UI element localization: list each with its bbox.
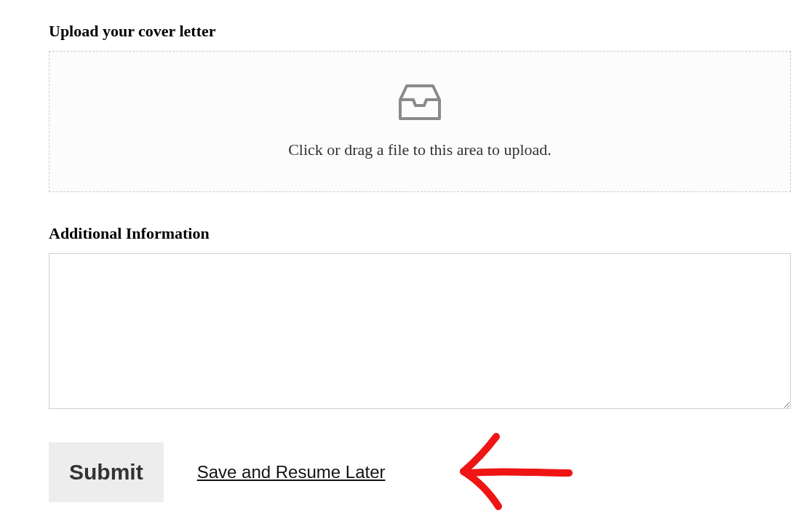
upload-field: Upload your cover letter Click or drag a…: [49, 22, 812, 192]
additional-info-label: Additional Information: [49, 224, 812, 243]
save-resume-link[interactable]: Save and Resume Later: [197, 462, 386, 482]
inbox-icon: [398, 84, 442, 124]
upload-hint: Click or drag a file to this area to upl…: [288, 140, 552, 159]
form-actions: Submit Save and Resume Later: [49, 442, 812, 502]
additional-info-textarea[interactable]: [49, 253, 791, 409]
upload-dropzone[interactable]: Click or drag a file to this area to upl…: [49, 51, 791, 192]
submit-button[interactable]: Submit: [49, 442, 164, 502]
arrow-annotation-icon: [456, 431, 580, 514]
additional-info-field: Additional Information: [49, 224, 812, 412]
upload-label: Upload your cover letter: [49, 22, 812, 41]
